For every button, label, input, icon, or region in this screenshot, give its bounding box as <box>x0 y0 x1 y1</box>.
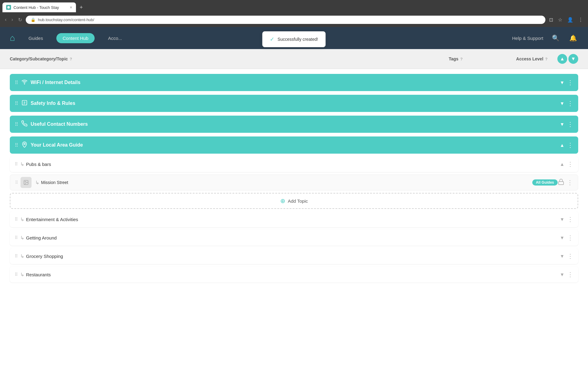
column-actions: ▲ ▼ <box>548 54 578 64</box>
category-local[interactable]: ⠿ Your Local Area Guide ▴ ⋮ <box>10 136 578 154</box>
profile-button[interactable]: 👤 <box>566 16 575 24</box>
category-wifi[interactable]: ⠿ WiFi / Internet Details ▾ ⋮ <box>10 74 578 91</box>
contact-label: Useful Contact Numbers <box>31 121 561 127</box>
browser-window: Content Hub - Touch Stay × + ‹ › ↻ 🔒 hub… <box>0 0 588 27</box>
entertainment-drag-handle[interactable]: ⠿ <box>15 217 18 222</box>
active-tab[interactable]: Content Hub - Touch Stay × <box>2 2 76 12</box>
local-more-icon[interactable]: ⋮ <box>567 141 573 149</box>
mission-lock-icon[interactable] <box>558 178 564 187</box>
grocery-expand-icon: ▾ <box>561 253 564 259</box>
category-safety[interactable]: ⠿ Safety Info & Rules ▾ ⋮ <box>10 95 578 112</box>
restaurants-arrow-icon: ↳ <box>20 272 24 278</box>
cast-button[interactable]: ⊡ <box>548 16 554 24</box>
local-drag-handle[interactable]: ⠿ <box>15 142 18 148</box>
pubs-drag-handle[interactable]: ⠿ <box>15 162 18 167</box>
add-topic-button[interactable]: ⊕ Add Topic <box>10 193 578 209</box>
topic-mission-street: ⠿ ↳ Mission Street All Guides ⋮ <box>10 174 578 190</box>
search-button[interactable]: 🔍 <box>551 33 561 43</box>
category-column-header: Category/Subcategory/Topic ? <box>10 56 425 61</box>
nav-guides[interactable]: Guides <box>25 33 47 43</box>
category-info-icon[interactable]: ? <box>70 57 72 61</box>
nav-help[interactable]: Help & Support <box>512 36 543 41</box>
svg-rect-9 <box>559 182 564 185</box>
local-label: Your Local Area Guide <box>31 142 561 148</box>
entertainment-more-icon[interactable]: ⋮ <box>567 216 573 223</box>
wifi-label: WiFi / Internet Details <box>31 80 561 85</box>
nav-logo-icon: ⌂ <box>10 33 15 43</box>
safety-expand-icon: ▾ <box>561 100 564 107</box>
tags-info-icon[interactable]: ? <box>460 57 463 61</box>
safety-more-icon[interactable]: ⋮ <box>567 100 573 107</box>
grocery-more-icon[interactable]: ⋮ <box>567 252 573 260</box>
svg-point-0 <box>7 6 10 9</box>
contact-more-icon[interactable]: ⋮ <box>567 121 573 128</box>
subcategory-getting-around[interactable]: ⠿ ↳ Getting Around ▾ ⋮ <box>10 230 578 246</box>
tab-bar: Content Hub - Touch Stay × + <box>0 0 588 12</box>
getting-around-arrow-icon: ↳ <box>20 235 24 241</box>
nav-content-hub[interactable]: Content Hub <box>56 33 94 43</box>
subcategory-pubs[interactable]: ⠿ ↳ Pubs & bars ▴ ⋮ <box>10 156 578 172</box>
pubs-label: Pubs & bars <box>26 162 561 167</box>
column-headers: Category/Subcategory/Topic ? Tags ? Acce… <box>0 49 588 69</box>
contact-expand-icon: ▾ <box>561 121 564 128</box>
category-contact[interactable]: ⠿ Useful Contact Numbers ▾ ⋮ <box>10 116 578 133</box>
subcategory-entertainment[interactable]: ⠿ ↳ Entertainment & Activities ▾ ⋮ <box>10 211 578 227</box>
add-topic-icon: ⊕ <box>280 197 285 205</box>
subcategory-grocery[interactable]: ⠿ ↳ Grocery Shopping ▾ ⋮ <box>10 248 578 264</box>
access-label: Access Level <box>516 56 543 61</box>
scroll-down-button[interactable]: ▼ <box>568 54 578 64</box>
category-label: Category/Subcategory/Topic <box>10 56 68 61</box>
reload-button[interactable]: ↻ <box>17 16 23 24</box>
getting-around-drag-handle[interactable]: ⠿ <box>15 235 18 240</box>
toast-message: Successfully created! <box>277 37 318 42</box>
new-tab-button[interactable]: + <box>77 4 85 11</box>
restaurants-expand-icon: ▾ <box>561 271 564 278</box>
safety-drag-handle[interactable]: ⠿ <box>15 101 18 106</box>
local-icon <box>21 141 28 149</box>
browser-toolbar: ‹ › ↻ 🔒 hub.touchstay.com/content-hub/ ⊡… <box>0 12 588 27</box>
restaurants-drag-handle[interactable]: ⠿ <box>15 272 18 277</box>
wifi-icon <box>21 79 28 86</box>
nav-accounts[interactable]: Acco... <box>104 33 126 43</box>
restaurants-more-icon[interactable]: ⋮ <box>567 271 573 278</box>
svg-point-1 <box>24 83 25 84</box>
mission-image <box>21 177 32 188</box>
tab-close-button[interactable]: × <box>70 5 72 10</box>
category-local-section: ⠿ Your Local Area Guide ▴ ⋮ ⠿ ↳ Pubs & b… <box>10 136 578 282</box>
mission-tag: All Guides <box>532 179 558 186</box>
pubs-more-icon[interactable]: ⋮ <box>567 160 573 168</box>
entertainment-arrow-icon: ↳ <box>20 217 24 222</box>
tags-column-header: Tags ? <box>425 56 486 61</box>
wifi-expand-icon: ▾ <box>561 79 564 86</box>
mission-label[interactable]: Mission Street <box>41 180 532 185</box>
access-info-icon[interactable]: ? <box>545 57 548 61</box>
nav-right-section: Help & Support 🔍 🔔 <box>512 33 578 43</box>
access-column-header: Access Level ? <box>486 56 548 61</box>
grocery-drag-handle[interactable]: ⠿ <box>15 254 18 259</box>
safety-icon <box>21 100 28 107</box>
arrow-buttons: ▲ ▼ <box>557 54 578 64</box>
success-toast: ✓ Successfully created! <box>262 31 326 47</box>
mission-more-icon[interactable]: ⋮ <box>567 179 573 186</box>
getting-around-expand-icon: ▾ <box>561 234 564 241</box>
address-bar[interactable]: 🔒 hub.touchstay.com/content-hub/ <box>26 16 545 24</box>
getting-around-more-icon[interactable]: ⋮ <box>567 234 573 241</box>
contact-drag-handle[interactable]: ⠿ <box>15 121 18 127</box>
back-button[interactable]: ‹ <box>4 16 8 24</box>
mission-drag-handle[interactable]: ⠿ <box>15 180 18 185</box>
getting-around-label: Getting Around <box>26 235 561 240</box>
bookmark-button[interactable]: ☆ <box>557 16 564 24</box>
forward-button[interactable]: › <box>10 16 14 24</box>
subcategory-restaurants[interactable]: ⠿ ↳ Restaurants ▾ ⋮ <box>10 266 578 282</box>
more-button[interactable]: ⋮ <box>577 16 584 24</box>
grocery-label: Grocery Shopping <box>26 254 561 259</box>
add-topic-label: Add Topic <box>288 198 308 204</box>
wifi-more-icon[interactable]: ⋮ <box>567 79 573 86</box>
notifications-button[interactable]: 🔔 <box>568 33 578 43</box>
wifi-drag-handle[interactable]: ⠿ <box>15 80 18 86</box>
scroll-up-button[interactable]: ▲ <box>557 54 567 64</box>
grocery-arrow-icon: ↳ <box>20 253 24 259</box>
entertainment-expand-icon: ▾ <box>561 216 564 223</box>
pubs-expand-icon: ▴ <box>561 161 564 167</box>
top-navigation: ⌂ Guides Content Hub Acco... ✓ Successfu… <box>0 27 588 49</box>
